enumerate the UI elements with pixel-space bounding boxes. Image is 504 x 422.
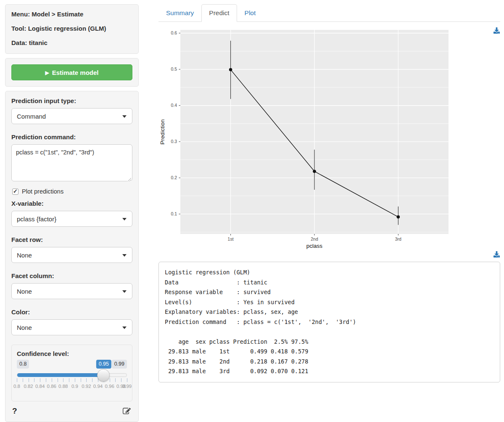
sidebar: Menu: Model > Estimate Tool: Logistic re… xyxy=(5,4,139,422)
plot-predictions-checkbox-row[interactable]: Plot predictions xyxy=(11,188,132,195)
download-plot-button[interactable] xyxy=(493,27,500,35)
x-variable-label: X-variable: xyxy=(11,200,132,207)
prediction-command-input[interactable]: pclass = c("1st", "2nd", "3rd") xyxy=(11,144,132,181)
play-icon: ▶ xyxy=(45,70,49,76)
chevron-down-icon xyxy=(122,254,127,257)
confidence-slider-fill xyxy=(17,373,103,377)
slider-grid-label: 0.88 xyxy=(58,384,68,389)
color-label: Color: xyxy=(11,308,132,316)
dataset-name: Data: titanic xyxy=(11,39,132,47)
svg-text:0.3: 0.3 xyxy=(171,139,177,144)
svg-text:0.1: 0.1 xyxy=(171,211,177,216)
download-summary-row xyxy=(158,250,500,262)
facet-row-select[interactable]: None xyxy=(11,247,132,263)
color-select[interactable]: None xyxy=(11,319,132,335)
plot-predictions-checkbox[interactable] xyxy=(12,188,18,195)
confidence-badges: 0.8 0.95 0.99 xyxy=(17,360,127,370)
output-section: Logistic regression (GLM) Data : titanic… xyxy=(158,250,500,382)
svg-text:3rd: 3rd xyxy=(395,236,401,242)
svg-text:0.2: 0.2 xyxy=(171,175,177,180)
slider-grid-label: 0.86 xyxy=(47,384,56,389)
confidence-slider-track[interactable] xyxy=(17,373,127,377)
slider-grid-label: 0.96 xyxy=(105,384,114,389)
prediction-input-type-label: Prediction input type: xyxy=(11,97,132,104)
svg-text:0.6: 0.6 xyxy=(171,30,177,35)
tool-name: Tool: Logistic regression (GLM) xyxy=(11,25,132,33)
prediction-plot: 0.10.20.30.40.50.61st2nd3rdpclassPredict… xyxy=(158,25,449,250)
help-icon[interactable]: ? xyxy=(12,406,17,416)
slider-grid-label: 0.84 xyxy=(35,384,45,389)
slider-grid-label: 0.8 xyxy=(13,384,20,389)
facet-row-label: Facet row: xyxy=(11,236,132,243)
slider-grid-label: 0.92 xyxy=(82,384,91,389)
slider-grid-label: 0.94 xyxy=(93,384,103,389)
estimate-panel: ▶Estimate model xyxy=(5,58,139,87)
confidence-min-badge: 0.8 xyxy=(17,360,29,368)
x-variable-value: pclass {factor} xyxy=(17,215,56,223)
estimate-model-label: Estimate model xyxy=(52,69,99,76)
svg-text:0.5: 0.5 xyxy=(171,66,177,72)
download-icon xyxy=(493,251,500,257)
svg-text:2nd: 2nd xyxy=(311,236,318,242)
confidence-level-label: Confidence level: xyxy=(17,350,127,357)
prediction-command-wrap: pclass = c("1st", "2nd", "3rd") xyxy=(11,144,132,187)
prediction-command-label: Prediction command: xyxy=(11,133,132,141)
svg-text:pclass: pclass xyxy=(306,243,323,249)
confidence-slider-handle[interactable] xyxy=(97,369,110,382)
plot-predictions-label: Plot predictions xyxy=(22,188,63,195)
slider-grid-label: 0.9 xyxy=(71,384,78,389)
prediction-controls-panel: Prediction input type: Command Predictio… xyxy=(5,91,139,422)
confidence-value-badge: 0.95 xyxy=(96,360,111,368)
chevron-down-icon xyxy=(122,218,127,220)
tab-plot[interactable]: Plot xyxy=(237,4,264,22)
tab-summary[interactable]: Summary xyxy=(158,4,201,22)
main-content: Summary Predict Plot 0.10.20.30.40.50.61… xyxy=(158,4,500,382)
download-icon xyxy=(493,27,500,34)
download-summary-button[interactable] xyxy=(493,251,500,259)
plot-section: 0.10.20.30.40.50.61st2nd3rdpclassPredict… xyxy=(158,25,500,250)
edit-icon[interactable] xyxy=(123,407,131,415)
confidence-slider: 0.8 0.95 0.99 0.80.820.840.860.880.90.92… xyxy=(17,360,127,395)
slider-grid-label: 0.99 xyxy=(122,384,132,389)
prediction-summary-output: Logistic regression (GLM) Data : titanic… xyxy=(158,262,500,382)
confidence-slider-ticks xyxy=(17,378,127,382)
tab-predict[interactable]: Predict xyxy=(201,4,237,22)
facet-column-label: Facet column: xyxy=(11,272,132,279)
svg-text:Prediction: Prediction xyxy=(159,119,166,144)
model-info-panel: Menu: Model > Estimate Tool: Logistic re… xyxy=(5,4,139,54)
prediction-input-type-select[interactable]: Command xyxy=(11,108,132,124)
tab-bar: Summary Predict Plot xyxy=(158,4,500,22)
facet-column-select[interactable]: None xyxy=(11,283,132,299)
color-value: None xyxy=(17,324,32,331)
prediction-input-type-value: Command xyxy=(17,113,46,120)
chevron-down-icon xyxy=(122,326,127,329)
confidence-max-badge: 0.99 xyxy=(112,360,127,368)
svg-text:1st: 1st xyxy=(228,236,234,242)
chevron-down-icon xyxy=(122,115,127,118)
confidence-slider-grid-labels: 0.80.820.840.860.880.90.920.940.960.980.… xyxy=(17,384,127,390)
facet-column-value: None xyxy=(17,288,32,295)
slider-grid-label: 0.82 xyxy=(24,384,33,389)
svg-text:0.4: 0.4 xyxy=(171,103,177,108)
chevron-down-icon xyxy=(122,290,127,293)
x-variable-select[interactable]: pclass {factor} xyxy=(11,211,132,227)
confidence-level-panel: Confidence level: 0.8 0.95 0.99 0.80.820… xyxy=(11,345,132,401)
page: Menu: Model > Estimate Tool: Logistic re… xyxy=(0,0,504,422)
estimate-model-button[interactable]: ▶Estimate model xyxy=(11,64,132,80)
menu-path: Menu: Model > Estimate xyxy=(11,11,132,19)
sidebar-footer: ? xyxy=(11,406,132,416)
facet-row-value: None xyxy=(17,252,32,259)
